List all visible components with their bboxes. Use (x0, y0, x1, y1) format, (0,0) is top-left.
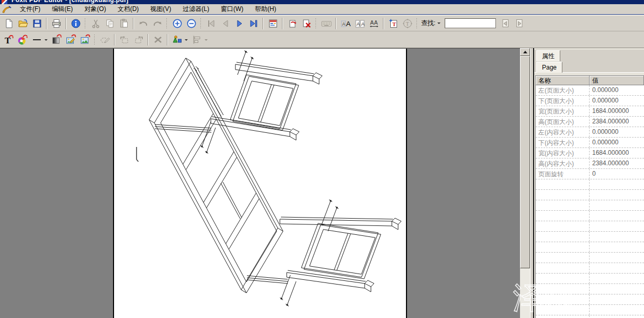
find-prev-button[interactable] (498, 17, 512, 30)
delete-page-button[interactable] (299, 17, 313, 30)
font-width-icon: AA (369, 18, 379, 29)
replace-image-button[interactable] (78, 33, 92, 47)
line-style-button[interactable] (30, 33, 44, 47)
edit-image-button[interactable] (64, 33, 78, 47)
toolbar-object-edit: T (0, 32, 644, 48)
menu-help[interactable]: 帮助(H) (249, 4, 282, 14)
menu-document[interactable]: 文档(D) (112, 4, 145, 14)
table-row[interactable]: 高(页面大小)2384.000000 (536, 117, 644, 127)
table-row[interactable]: 高(内容大小)2384.000000 (536, 158, 644, 169)
property-value[interactable]: 0.000000 (590, 127, 644, 137)
line-style-caret[interactable] (44, 39, 48, 42)
property-value[interactable]: 0 (590, 169, 644, 179)
undo-button[interactable] (136, 17, 150, 30)
find-options-caret[interactable] (437, 22, 440, 26)
edit-text-icon: T (3, 34, 15, 46)
document-canvas[interactable] (0, 48, 520, 318)
shapes-icon (172, 34, 183, 46)
property-name: 高(内容大小) (536, 158, 590, 168)
find-next-button[interactable] (512, 17, 526, 30)
property-value[interactable]: 0.000000 (590, 138, 644, 147)
font-width-button[interactable]: AA (367, 17, 381, 30)
shading-button[interactable] (50, 33, 64, 47)
rotate-object-right-button[interactable] (131, 33, 145, 47)
property-value[interactable]: 2384.000000 (590, 117, 644, 127)
tab-page[interactable]: Page (536, 62, 562, 73)
edit-color-button[interactable] (16, 33, 30, 47)
next-page-button[interactable] (232, 17, 246, 30)
table-row[interactable]: 左(页面大小)0.000000 (536, 85, 644, 96)
property-value[interactable]: 2384.000000 (590, 158, 644, 168)
menu-file[interactable]: 文件(F) (14, 4, 46, 14)
font-size-icon: AA (341, 18, 351, 29)
empty-row (536, 211, 644, 221)
info-button[interactable] (69, 17, 83, 30)
toolbar-grip[interactable] (315, 18, 317, 29)
zoom-out-button[interactable] (184, 17, 198, 30)
print-button[interactable] (49, 17, 63, 30)
vertical-scrollbar[interactable] (520, 48, 530, 318)
table-row[interactable]: 左(内容大小)0.000000 (536, 127, 644, 138)
font-pair-icon: AA (355, 18, 365, 29)
table-row[interactable]: 下(页面大小)0.000000 (536, 96, 644, 106)
property-value[interactable]: 0.000000 (590, 85, 644, 95)
property-value[interactable]: 1684.000000 (590, 106, 644, 116)
menu-filter[interactable]: 过滤器(L) (177, 4, 215, 14)
rotate-page-button[interactable] (285, 17, 299, 30)
find-input[interactable] (445, 18, 496, 28)
redo-button[interactable] (150, 17, 164, 30)
add-text-button[interactable]: T (386, 17, 400, 30)
scroll-up-button[interactable] (520, 48, 530, 56)
menu-edit[interactable]: 编辑(E) (46, 4, 78, 14)
toolbar-grip[interactable] (416, 18, 417, 29)
keyboard-button[interactable] (319, 17, 333, 30)
toolbar-grip[interactable] (94, 34, 95, 46)
last-page-button[interactable] (246, 17, 261, 30)
cut-button[interactable] (88, 17, 103, 30)
menu-window[interactable]: 窗口(W) (215, 4, 249, 14)
separator (167, 34, 168, 46)
page-thumbnails-button[interactable] (266, 17, 280, 30)
svg-text:A: A (342, 21, 345, 27)
insert-objects-button[interactable] (170, 33, 184, 47)
empty-row (536, 284, 644, 294)
font-size-button[interactable]: AA (338, 17, 353, 30)
table-row[interactable]: 宽(页面大小)1684.000000 (536, 106, 644, 117)
insert-objects-caret[interactable] (185, 39, 188, 42)
toolbar-grip[interactable] (200, 18, 201, 29)
edit-text-button[interactable]: T (2, 33, 16, 47)
paste-button[interactable] (117, 17, 131, 30)
prev-page-button[interactable] (218, 17, 232, 30)
zoom-in-button[interactable] (170, 17, 184, 30)
align-objects-caret[interactable] (205, 39, 208, 42)
menu-view[interactable]: 视图(V) (144, 4, 177, 14)
table-row[interactable]: 下(内容大小)0.000000 (536, 138, 644, 148)
save-button[interactable] (30, 17, 44, 30)
app-icon (2, 0, 7, 4)
select-object-button[interactable] (98, 33, 112, 47)
tab-properties[interactable]: 属性 (536, 50, 560, 61)
font-pair-button[interactable]: AA (353, 17, 367, 30)
replace-image-icon (80, 34, 91, 46)
align-objects-button[interactable] (190, 33, 204, 47)
separator (148, 34, 149, 46)
first-page-button[interactable] (204, 17, 218, 30)
toolbar-grip[interactable] (84, 18, 86, 29)
pdf-page[interactable] (113, 49, 407, 318)
empty-row (536, 242, 644, 253)
toolbar-grip[interactable] (166, 18, 167, 29)
property-value[interactable]: 0.000000 (590, 96, 644, 106)
empty-row (536, 263, 644, 274)
table-row[interactable]: 宽(内容大小)1684.000000 (536, 148, 644, 158)
scrollbar-thumb[interactable] (520, 56, 530, 268)
delete-object-button[interactable] (151, 33, 165, 47)
menu-object[interactable]: 对象(O) (78, 4, 111, 14)
new-button[interactable] (2, 17, 16, 30)
table-row[interactable]: 页面旋转0 (536, 169, 644, 179)
rotate-object-left-button[interactable] (117, 33, 131, 47)
copy-button[interactable] (103, 17, 117, 30)
property-name: 宽(内容大小) (536, 148, 590, 158)
text-orientation-button[interactable]: T (400, 17, 414, 30)
property-value[interactable]: 1684.000000 (590, 148, 644, 158)
open-button[interactable] (16, 17, 30, 30)
